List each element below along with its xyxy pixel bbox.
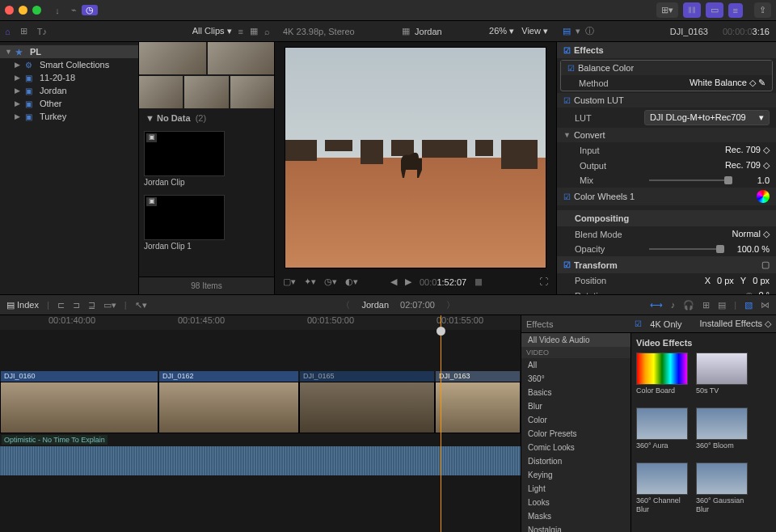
retime-tool-icon[interactable]: ◷▾ [324, 277, 337, 287]
info-inspector-tab-icon[interactable]: ⓘ [585, 25, 594, 37]
timeline-history-back[interactable]: 〈 [341, 299, 350, 311]
pos-y-value[interactable]: 0 px [753, 276, 770, 285]
audio-skimming-icon[interactable]: ♪ [671, 300, 676, 310]
effect-tile[interactable]: 360° Gaussian Blur [696, 462, 748, 514]
custom-lut-effect[interactable]: Custom LUT [574, 95, 624, 105]
transform-header[interactable]: Transform [574, 260, 618, 270]
timeline-clip[interactable]: DJI_0160 [0, 382, 158, 433]
playhead-handle[interactable] [436, 327, 445, 336]
transform-tool-icon[interactable]: ▢▾ [283, 277, 296, 287]
effects-category[interactable]: Light [521, 482, 630, 496]
4k-only-checkbox[interactable]: ☑ [635, 319, 642, 328]
zoom-window-button[interactable] [32, 6, 41, 15]
zoom-dropdown[interactable]: 26% ▾ [489, 26, 514, 36]
transitions-browser-icon[interactable]: ⋈ [761, 300, 770, 310]
effects-browser-icon[interactable]: ▧ [744, 300, 753, 310]
compositing-header[interactable]: Compositing [563, 213, 629, 223]
filmstrip-thumb[interactable] [208, 42, 275, 74]
input-value[interactable]: Rec. 709 [725, 145, 761, 154]
inspector-toggle-button[interactable]: ≡ [728, 3, 743, 18]
filmstrip-thumb[interactable] [139, 76, 183, 108]
sidebar-item-jordan[interactable]: ▶▣Jordan [0, 84, 138, 97]
timeline-clip[interactable]: DJI_0163 [435, 382, 521, 433]
effects-category[interactable]: Looks [521, 496, 630, 509]
rotation-dial-icon[interactable]: ◉ [745, 290, 753, 294]
filmstrip-thumb[interactable] [230, 76, 274, 108]
mix-slider[interactable] [649, 179, 732, 181]
timeline-tracks[interactable]: 00:01:40:00 00:01:45:00 00:01:50:00 00:0… [0, 315, 521, 532]
share-button[interactable]: ⇪ [754, 2, 771, 18]
all-clips-dropdown[interactable]: All Clips ▾ [192, 26, 232, 36]
filmstrip-thumb[interactable] [184, 76, 228, 108]
close-window-button[interactable] [5, 6, 14, 15]
colorwheel-icon[interactable] [757, 190, 770, 203]
effects-category[interactable]: Color Presets [521, 427, 630, 441]
sidebar-item-date[interactable]: ▶▣11-20-18 [0, 71, 138, 84]
opacity-value[interactable]: 100.0 % [729, 244, 770, 254]
effects-category[interactable]: Basics [521, 386, 630, 399]
balance-color-effect[interactable]: Balance Color [578, 63, 634, 73]
sidebar-item-smart[interactable]: ▶⚙Smart Collections [0, 58, 138, 71]
solo-icon[interactable]: 🎧 [683, 300, 694, 310]
window-layout-button[interactable]: ⊞▾ [656, 2, 678, 18]
effects-category[interactable]: Nostalgia [521, 523, 630, 532]
sidebar-item-other[interactable]: ▶▣Other [0, 97, 138, 110]
select-tool-icon[interactable]: ↖▾ [135, 300, 147, 310]
clip-view-icon[interactable]: ▦ [250, 26, 258, 36]
fullscreen-icon[interactable]: ⛶ [539, 277, 548, 286]
effects-section-header[interactable]: Effects [574, 45, 604, 55]
effects-category[interactable]: Color [521, 413, 630, 427]
effect-tile[interactable]: 360° Aura [636, 407, 688, 459]
play-button[interactable]: ▶ [405, 277, 411, 287]
lut-select[interactable]: DJI DLog-M+to+Rec709▾ [644, 110, 770, 125]
effect-tile[interactable]: 360° Channel Blur [636, 462, 688, 514]
connect-edit-icon[interactable]: ⊏ [57, 300, 65, 310]
timeline-audio-clip[interactable] [0, 446, 521, 475]
browser-clip[interactable]: ▣ [144, 131, 225, 176]
effects-category[interactable]: 360° [521, 372, 630, 386]
filmstrip-thumb[interactable] [139, 42, 206, 74]
append-edit-icon[interactable]: ⊒ [88, 300, 95, 310]
video-inspector-tab-icon[interactable]: ▤ [563, 26, 571, 36]
effect-tile[interactable]: 360° Bloom [696, 407, 748, 459]
color-inspector-tab-icon[interactable]: ▾ [576, 26, 580, 36]
effects-category[interactable]: All [521, 358, 630, 372]
color-tool-icon[interactable]: ◐▾ [345, 277, 358, 287]
library-tab-icon[interactable]: ⌂ [5, 27, 11, 36]
effect-tile[interactable]: Color Board [636, 353, 688, 404]
output-value[interactable]: Rec. 709 [725, 160, 761, 170]
timeline-clip[interactable]: DJI_0165 [299, 382, 435, 433]
timeline-history-fwd[interactable]: 〉 [446, 299, 455, 311]
browser-clip[interactable]: ▣ [144, 195, 225, 240]
effects-category[interactable]: Masks [521, 509, 630, 523]
method-value[interactable]: White Balance [690, 78, 747, 87]
timeline-index-button[interactable]: ▤ Index [6, 300, 39, 310]
mix-value[interactable]: 1.0 [737, 175, 770, 185]
search-icon[interactable]: ⌕ [264, 27, 270, 36]
next-edit-button[interactable]: ▮▮ [474, 277, 481, 287]
keyword-icon[interactable]: ⌁ [65, 5, 82, 15]
effects-category[interactable]: Keying [521, 468, 630, 482]
pos-x-value[interactable]: 0 px [717, 276, 734, 285]
skimming-icon[interactable]: ⟷ [650, 300, 663, 310]
effect-tile[interactable]: 50s TV [696, 353, 748, 404]
effects-category[interactable]: Distortion [521, 454, 630, 468]
timeline-clip[interactable]: DJI_0162 [158, 382, 299, 433]
insert-edit-icon[interactable]: ⊐ [73, 300, 80, 310]
viewer-image[interactable] [285, 47, 546, 268]
clip-appearance-icon[interactable]: ≡ [238, 27, 243, 36]
rotation-value[interactable]: 0 ° [758, 290, 770, 294]
bgtasks-icon[interactable]: ◷ [82, 5, 98, 15]
blend-mode-value[interactable]: Normal [732, 229, 760, 239]
timeline-toggle-button[interactable]: ▭ [706, 2, 723, 18]
colorwheels-effect[interactable]: Color Wheels 1 [574, 192, 635, 201]
convert-header[interactable]: Convert [574, 130, 605, 140]
titles-tab-icon[interactable]: T♪ [37, 27, 47, 36]
browser-toggle-button[interactable]: ⦀⦀ [683, 2, 701, 18]
snapping-icon[interactable]: ⊞ [702, 300, 710, 310]
effects-category[interactable]: Blur [521, 399, 630, 413]
overwrite-edit-icon[interactable]: ▭▾ [103, 300, 116, 310]
prev-edit-button[interactable]: ◀ [390, 277, 397, 287]
import-icon[interactable]: ↓ [49, 6, 65, 15]
effects-category[interactable]: Comic Looks [521, 441, 630, 454]
